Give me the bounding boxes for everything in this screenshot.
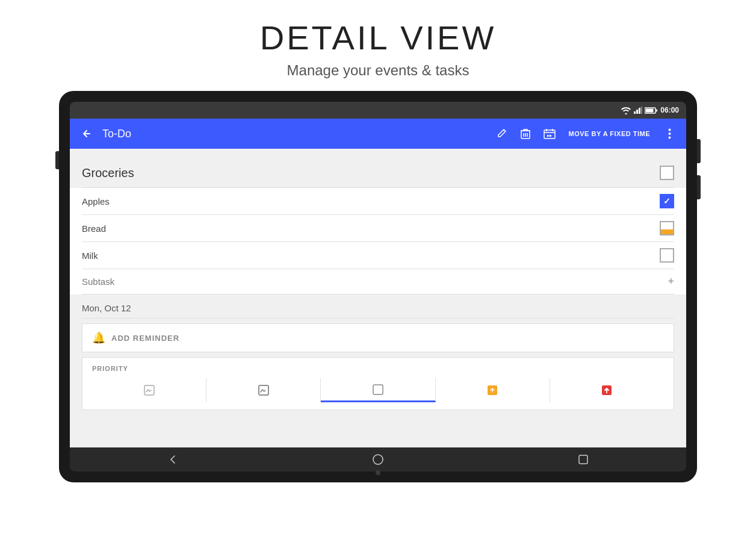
wifi-icon	[621, 107, 631, 114]
svg-point-19	[668, 137, 671, 139]
toolbar-title: To-Do	[102, 128, 486, 140]
app-toolbar: To-Do	[70, 119, 686, 149]
tablet-camera	[376, 470, 380, 475]
subtask-item-milk: Milk	[82, 242, 674, 269]
move-fixed-time-button[interactable]: MOVE BY A FIXED TIME	[564, 128, 655, 140]
priority-low-icon	[257, 384, 270, 397]
subtask-label-apples: Apples	[82, 196, 652, 207]
priority-option-low[interactable]	[206, 378, 321, 402]
priority-very-high-icon	[600, 384, 613, 397]
main-task-row: Groceries	[82, 158, 674, 188]
subtask-label-milk: Milk	[82, 251, 652, 261]
page-title: DETAIL VIEW	[260, 18, 497, 57]
add-subtask-icon[interactable]: +	[668, 275, 674, 288]
priority-label: PRIORITY	[92, 365, 664, 372]
tablet-frame: 06:00 To-Do	[59, 91, 697, 482]
more-options-button[interactable]	[660, 124, 679, 143]
calendar-icon[interactable]: ▶▶	[540, 124, 559, 143]
main-task-checkbox[interactable]	[660, 166, 674, 180]
subtask-checkbox-apples[interactable]	[660, 194, 674, 208]
subtask-checkbox-milk[interactable]	[660, 248, 674, 263]
delete-button[interactable]	[516, 124, 535, 143]
main-task-label: Groceries	[82, 166, 660, 180]
volume-button-2[interactable]	[697, 175, 701, 199]
edit-button[interactable]	[492, 124, 511, 143]
reminder-row[interactable]: 🔔 ADD REMINDER	[82, 323, 674, 352]
add-subtask-input[interactable]	[82, 276, 660, 287]
svg-rect-27	[579, 455, 587, 464]
nav-home-button[interactable]	[366, 447, 390, 472]
reminder-label: ADD REMINDER	[111, 334, 179, 343]
priority-options	[92, 378, 664, 402]
subtask-checkbox-bread[interactable]	[660, 221, 674, 235]
toolbar-actions: ▶▶ MOVE BY A FIXED TIME	[492, 124, 680, 143]
priority-option-none[interactable]	[321, 378, 435, 402]
nav-bar	[70, 447, 686, 472]
subtask-item: Apples	[82, 188, 674, 215]
status-time: 06:00	[660, 106, 679, 114]
svg-rect-7	[646, 108, 654, 112]
nav-back-button[interactable]	[161, 447, 185, 472]
back-button[interactable]	[77, 124, 96, 143]
priority-none-icon	[372, 384, 384, 396]
add-subtask-row[interactable]: +	[82, 269, 674, 294]
svg-text:▶▶: ▶▶	[547, 134, 553, 137]
priority-option-high[interactable]	[436, 378, 550, 402]
subtask-label-bread: Bread	[82, 223, 652, 234]
svg-rect-3	[639, 108, 640, 114]
svg-rect-2	[636, 110, 638, 114]
svg-rect-4	[641, 107, 642, 114]
subtask-item-bread: Bread	[82, 215, 674, 242]
tablet-screen: 06:00 To-Do	[70, 102, 686, 472]
battery-icon	[645, 107, 658, 114]
app-content: Groceries Apples Bread Milk	[70, 149, 686, 447]
page-subtitle: Manage your events & tasks	[260, 62, 497, 79]
priority-section: PRIORITY	[82, 357, 674, 410]
task-date: Mon, Oct 12	[82, 294, 674, 319]
svg-point-26	[373, 455, 383, 464]
priority-option-very-low[interactable]	[92, 378, 206, 402]
nav-recents-button[interactable]	[571, 447, 595, 472]
bell-icon: 🔔	[92, 331, 105, 344]
priority-high-icon	[486, 384, 499, 397]
volume-button[interactable]	[55, 151, 59, 169]
power-button[interactable]	[697, 139, 701, 163]
svg-point-0	[625, 113, 627, 114]
priority-very-low-icon	[143, 384, 156, 397]
signal-icon	[634, 107, 642, 114]
svg-rect-23	[373, 385, 383, 394]
priority-option-very-high[interactable]	[550, 378, 664, 402]
svg-point-17	[668, 129, 671, 131]
status-icons: 06:00	[621, 106, 679, 114]
svg-rect-6	[656, 109, 657, 111]
svg-point-18	[668, 132, 671, 135]
svg-rect-1	[634, 111, 636, 114]
subtask-list: Apples Bread Milk +	[70, 188, 686, 294]
status-bar: 06:00	[70, 102, 686, 119]
